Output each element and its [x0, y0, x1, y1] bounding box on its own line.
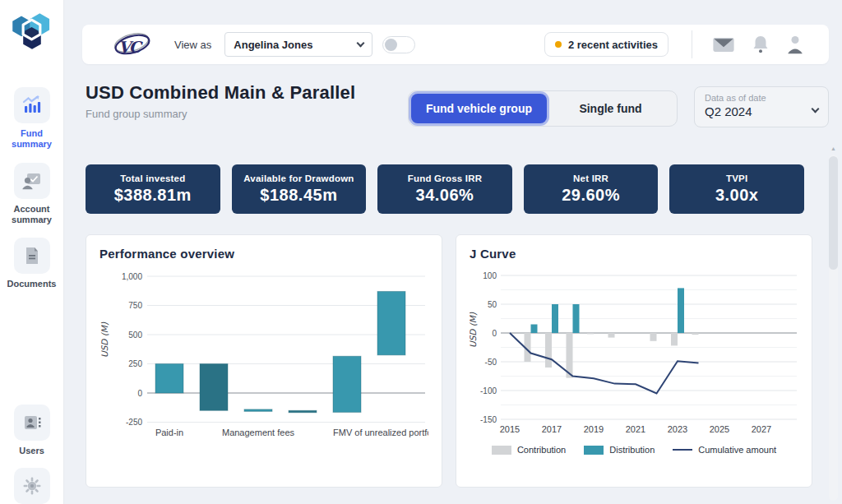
sidebar-item-users[interactable]: Users [2, 405, 62, 456]
svg-text:500: 500 [128, 331, 142, 340]
svg-text:-100: -100 [480, 386, 497, 395]
toggle-knob [385, 39, 397, 51]
svg-text:VC: VC [118, 38, 144, 56]
kpi-available-for-drawdown: Available for Drawdown $188.45m [232, 164, 367, 214]
kpi-fund-gross-irr: Fund Gross IRR 34.06% [377, 164, 512, 214]
fund-view-segmented-control: Fund vehicle group Single fund [408, 90, 678, 127]
sidebar-item-label: Account summary [2, 204, 62, 225]
gear-icon [14, 468, 50, 504]
sidebar-item-account-summary[interactable]: Account summary [2, 163, 62, 225]
svg-text:750: 750 [128, 301, 142, 310]
sidebar-item-label: Documents [2, 279, 62, 289]
view-as-label: View as [174, 39, 211, 51]
chevron-down-icon [812, 105, 820, 113]
svg-text:-150: -150 [480, 415, 497, 424]
view-as-toggle[interactable] [382, 36, 415, 53]
sidebar: Fund summary Account summary Documents [0, 0, 64, 504]
performance-overview-card: Performance overview 1,0007505002500-250… [86, 234, 442, 488]
svg-text:2021: 2021 [626, 424, 645, 434]
users-card-icon [14, 405, 50, 441]
j-curve-chart: 100500-50-100-150USD (M)2015201720192021… [470, 266, 798, 440]
legend-distribution: Distribution [584, 445, 655, 455]
account-presentation-icon [14, 163, 50, 199]
viewer-select[interactable]: Angelina Jones [224, 32, 372, 57]
scrollbar-thumb[interactable] [829, 156, 838, 270]
svg-text:2015: 2015 [500, 424, 520, 434]
svg-text:Paid-in: Paid-in [155, 428, 183, 437]
svg-text:USD (M): USD (M) [470, 312, 478, 348]
svg-text:2017: 2017 [542, 424, 562, 434]
svg-text:100: 100 [483, 271, 497, 280]
sidebar-item-documents[interactable]: Documents [2, 238, 62, 289]
page-title: USD Combined Main & Parallel [86, 82, 408, 104]
contribution-swatch-icon [492, 446, 511, 455]
fund-vehicle-group-button[interactable]: Fund vehicle group [411, 94, 547, 123]
chevron-down-icon [357, 39, 365, 47]
header-divider [692, 30, 692, 58]
cumulative-line-icon [673, 449, 692, 451]
sidebar-item-fund-summary[interactable]: Fund summary [2, 87, 62, 150]
kpi-tvpi: TVPI 3.00x [669, 164, 804, 214]
scroll-up-arrow-icon[interactable]: ▲ [828, 145, 839, 153]
date-selector-value: Q2 2024 [705, 104, 812, 118]
scrollbar-track[interactable] [829, 155, 838, 501]
fund-chart-icon [14, 87, 50, 123]
svg-text:0: 0 [137, 389, 142, 398]
svg-text:Management fees: Management fees [222, 428, 295, 437]
svg-text:1,000: 1,000 [122, 272, 142, 281]
charts-row: Performance overview 1,0007505002500-250… [86, 234, 809, 488]
main-content: VC View as Angelina Jones 2 recent activ… [64, 0, 842, 504]
legend-contribution: Contribution [492, 445, 566, 455]
svg-text:2027: 2027 [752, 424, 771, 434]
vc-brand-logo: VC [110, 29, 153, 60]
performance-overview-title: Performance overview [99, 247, 428, 261]
header-bar: VC View as Angelina Jones 2 recent activ… [82, 25, 829, 64]
svg-text:50: 50 [488, 300, 497, 309]
kpi-total-invested: Total invested $388.81m [86, 164, 220, 214]
kpi-net-irr: Net IRR 29.60% [524, 164, 659, 214]
j-curve-title: J Curve [470, 247, 798, 261]
recent-activities-badge[interactable]: 2 recent activities [544, 32, 669, 57]
svg-text:0: 0 [492, 329, 497, 338]
svg-text:-50: -50 [485, 358, 497, 367]
app-logo[interactable] [9, 7, 55, 53]
sidebar-item-settings[interactable] [14, 468, 50, 504]
vertical-scrollbar: ▲ [828, 145, 839, 501]
svg-text:FMV of unrealized portfolio: FMV of unrealized portfolio [333, 428, 428, 437]
distribution-swatch-icon [584, 446, 604, 455]
mail-icon[interactable] [712, 36, 735, 53]
svg-text:-250: -250 [126, 418, 142, 427]
svg-text:2023: 2023 [668, 424, 687, 434]
j-curve-legend: Contribution Distribution Cumulative amo… [470, 445, 798, 455]
j-curve-card: J Curve 100500-50-100-150USD (M)20152017… [456, 234, 812, 488]
svg-text:USD (M): USD (M) [99, 321, 109, 358]
data-as-of-date-selector[interactable]: Data as of date Q2 2024 [694, 86, 829, 127]
sidebar-item-label: Fund summary [2, 128, 62, 150]
sidebar-item-label: Users [2, 446, 62, 456]
svg-text:250: 250 [128, 359, 142, 368]
legend-cumulative-amount: Cumulative amount [673, 445, 776, 455]
date-selector-label: Data as of date [705, 93, 812, 103]
page-subtitle: Fund group summary [86, 108, 408, 120]
bell-icon[interactable] [752, 35, 770, 54]
performance-overview-chart: 1,0007505002500-250USD (M)Paid-inManagem… [99, 266, 428, 445]
svg-text:2019: 2019 [584, 424, 604, 434]
kpi-row: Total invested $388.81m Available for Dr… [86, 164, 804, 214]
viewer-select-value: Angelina Jones [234, 39, 358, 51]
title-row: USD Combined Main & Parallel Fund group … [86, 82, 829, 127]
document-icon [14, 238, 50, 274]
user-icon[interactable] [786, 35, 804, 54]
single-fund-button[interactable]: Single fund [547, 94, 674, 123]
svg-text:2025: 2025 [710, 424, 729, 434]
activity-dot-icon [555, 41, 562, 48]
